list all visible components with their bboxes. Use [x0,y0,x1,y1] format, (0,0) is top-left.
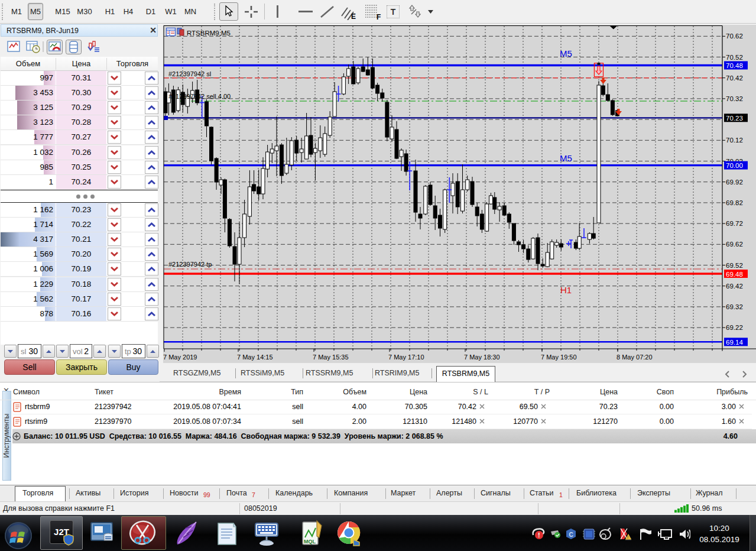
svg-text:70.32: 70.32 [726,95,743,102]
svg-text:!: ! [627,535,628,539]
svg-text:E: E [351,12,356,20]
svg-text:70.12: 70.12 [726,137,743,144]
svg-text:69.48: 69.48 [726,271,743,278]
svg-text:7 May 2019: 7 May 2019 [163,354,197,361]
svg-text:#212397942 sl: #212397942 sl [168,70,211,77]
svg-text:70.52: 70.52 [726,54,743,61]
svg-text:69.62: 69.62 [726,241,743,248]
svg-text:69.32: 69.32 [726,303,743,310]
svg-text:69.14: 69.14 [726,339,743,346]
svg-text:7 May 17:10: 7 May 17:10 [388,354,424,361]
svg-text:69.22: 69.22 [726,324,743,331]
svg-text:69.52: 69.52 [726,262,743,269]
svg-text:F: F [377,13,381,20]
svg-text:#212397942 tp: #212397942 tp [168,261,212,268]
svg-text:70.62: 70.62 [726,33,743,40]
svg-text:69.92: 69.92 [726,179,743,186]
svg-text:70.42: 70.42 [726,74,743,82]
svg-text:RTSBRM9,M5: RTSBRM9,M5 [187,30,231,37]
svg-text:MQL: MQL [304,539,316,544]
svg-text:7 May 15:35: 7 May 15:35 [313,354,349,361]
svg-text:69.72: 69.72 [726,220,743,227]
svg-text:H1: H1 [560,285,572,295]
svg-text:70.23: 70.23 [726,115,743,122]
svg-text:M5: M5 [560,153,572,163]
svg-text:70.48: 70.48 [726,62,743,69]
svg-text:7 May 14:15: 7 May 14:15 [237,354,273,361]
svg-text:C: C [569,531,573,538]
svg-text:69.42: 69.42 [726,283,743,290]
svg-text:!: ! [538,531,540,539]
svg-text:7 May 18:30: 7 May 18:30 [464,354,500,361]
svg-text:8 May 07:20: 8 May 07:20 [617,354,653,361]
svg-text:#212397942 sell 4.00: #212397942 sell 4.00 [168,93,231,100]
svg-text:69.82: 69.82 [726,199,743,206]
svg-text:7 May 19:50: 7 May 19:50 [541,354,577,361]
svg-text:M5: M5 [560,48,572,59]
svg-text:70.00: 70.00 [726,162,743,169]
